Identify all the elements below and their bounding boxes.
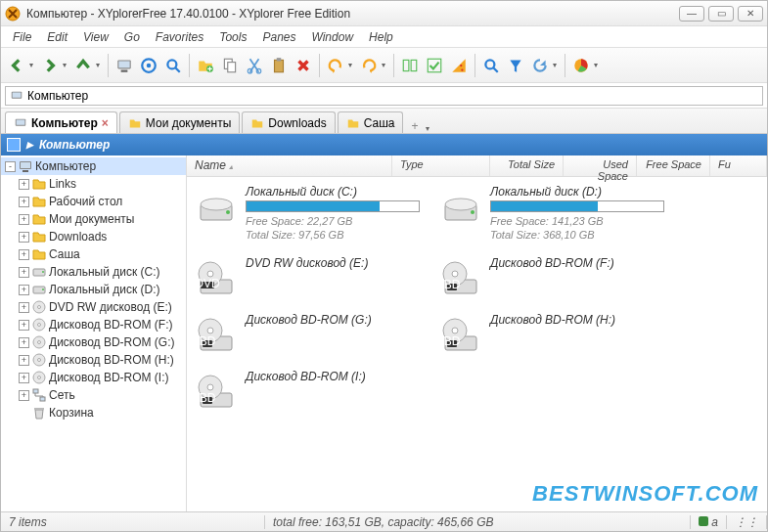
menu-window[interactable]: Window	[303, 28, 361, 46]
expand-icon[interactable]: +	[19, 232, 29, 243]
redo-dropdown[interactable]: ▾	[382, 61, 389, 69]
forward-button[interactable]	[38, 54, 62, 77]
up-dropdown[interactable]: ▾	[96, 61, 104, 69]
tree-label: Дисковод BD-ROM (F:)	[49, 318, 173, 332]
tree-item[interactable]: +Дисковод BD-ROM (F:)	[1, 316, 186, 333]
col-fu[interactable]: Fu	[710, 155, 767, 176]
tree-item[interactable]: +Локальный диск (D:)	[1, 281, 186, 298]
drive-item[interactable]: BDДисковод BD-ROM (G:)	[195, 313, 420, 356]
search-icon[interactable]	[479, 54, 503, 77]
panes-icon[interactable]	[398, 54, 422, 77]
expand-icon[interactable]: +	[19, 302, 29, 313]
menu-favorites[interactable]: Favorites	[148, 28, 211, 46]
status-items: 7 items	[1, 515, 265, 529]
drive-item[interactable]: DVDDVD RW дисковод (E:)	[195, 256, 420, 299]
pizza-icon[interactable]	[447, 54, 471, 77]
back-button[interactable]	[5, 54, 28, 77]
svg-rect-44	[33, 389, 38, 393]
menu-file[interactable]: File	[5, 28, 39, 46]
tree-item[interactable]: +Дисковод BD-ROM (G:)	[1, 333, 186, 351]
paste-icon[interactable]	[267, 54, 291, 77]
close-button[interactable]: ✕	[738, 6, 763, 22]
chart-dropdown[interactable]: ▾	[594, 61, 602, 69]
copy-icon[interactable]	[218, 54, 242, 77]
expand-icon[interactable]: +	[19, 179, 29, 190]
folder-icon	[31, 211, 47, 227]
forward-dropdown[interactable]: ▾	[63, 61, 70, 69]
tree-item[interactable]: +Downloads	[1, 228, 186, 245]
tree-item[interactable]: +Дисковод BD-ROM (I:)	[1, 369, 186, 386]
expand-icon[interactable]: +	[19, 390, 29, 401]
maximize-button[interactable]: ▭	[708, 6, 734, 22]
menu-edit[interactable]: Edit	[39, 28, 75, 46]
expand-icon[interactable]: +	[19, 267, 29, 278]
expand-icon[interactable]: +	[19, 320, 29, 331]
breadcrumb[interactable]: ▶ Компьютер	[1, 134, 767, 155]
expand-icon[interactable]: +	[19, 355, 29, 366]
drive-item[interactable]: BDДисковод BD-ROM (H:)	[439, 313, 664, 356]
menu-help[interactable]: Help	[361, 28, 401, 46]
address-input[interactable]: Компьютер	[5, 86, 763, 106]
col-totalsize[interactable]: Total Size	[490, 155, 564, 176]
tab-computer[interactable]: Компьютер ×	[5, 111, 117, 133]
tree-label: Корзина	[49, 406, 94, 420]
expand-icon[interactable]: +	[19, 285, 29, 295]
delete-icon[interactable]	[292, 54, 315, 77]
add-tab-button[interactable]: +	[405, 119, 424, 133]
back-dropdown[interactable]: ▾	[29, 61, 37, 69]
drive-total: Total Size: 368,10 GB	[490, 228, 664, 242]
close-icon[interactable]: ×	[102, 116, 109, 130]
tab-documents[interactable]: Мои документы	[119, 111, 240, 133]
tab-dropdown[interactable]: ▾	[426, 124, 433, 133]
tree-item[interactable]: +Сеть	[1, 386, 186, 404]
tree-item[interactable]: +Саша	[1, 245, 186, 263]
menu-view[interactable]: View	[75, 28, 116, 46]
svg-text:DVD: DVD	[195, 277, 220, 290]
svg-text:BD: BD	[200, 334, 216, 348]
drive-item[interactable]: BDДисковод BD-ROM (F:)	[439, 256, 664, 299]
target-icon[interactable]	[137, 54, 160, 77]
drive-item[interactable]: BDДисковод BD-ROM (I:)	[195, 370, 420, 413]
col-name[interactable]: Name ▴	[187, 155, 392, 176]
minimize-button[interactable]: —	[679, 6, 704, 22]
undo-icon[interactable]	[324, 54, 347, 77]
tree-item[interactable]: +Дисковод BD-ROM (H:)	[1, 351, 186, 369]
expand-icon[interactable]: -	[5, 161, 16, 172]
drive-item[interactable]: Локальный диск (C:)Free Space: 22,27 GBT…	[195, 185, 420, 243]
menu-go[interactable]: Go	[116, 28, 148, 46]
new-folder-icon[interactable]	[194, 54, 217, 77]
tree-item[interactable]: +Links	[1, 175, 186, 193]
col-usedspace[interactable]: Used Space	[564, 155, 637, 176]
refresh-dropdown[interactable]: ▾	[553, 61, 561, 69]
check-icon[interactable]	[423, 54, 446, 77]
expand-icon[interactable]: +	[19, 197, 29, 207]
col-freespace[interactable]: Free Space	[637, 155, 710, 176]
expand-icon[interactable]: +	[19, 373, 29, 383]
tree-item[interactable]: +Локальный диск (C:)	[1, 263, 186, 281]
tab-sasha[interactable]: Саша	[338, 111, 404, 133]
expand-icon[interactable]: +	[19, 249, 29, 260]
refresh-icon[interactable]	[528, 54, 552, 77]
expand-icon[interactable]: +	[19, 337, 29, 348]
menu-tools[interactable]: Tools	[211, 28, 254, 46]
computer-icon[interactable]	[113, 54, 136, 77]
svg-rect-13	[275, 60, 284, 71]
menu-panes[interactable]: Panes	[254, 28, 303, 46]
zoom-icon[interactable]	[161, 54, 185, 77]
tree-item[interactable]: -Компьютер	[1, 157, 186, 175]
tab-downloads[interactable]: Downloads	[242, 111, 335, 133]
up-button[interactable]	[71, 54, 95, 77]
svg-point-51	[445, 199, 476, 210]
expand-icon[interactable]: +	[19, 214, 29, 225]
redo-icon[interactable]	[357, 54, 381, 77]
tree-item[interactable]: Корзина	[1, 404, 186, 421]
undo-dropdown[interactable]: ▾	[348, 61, 356, 69]
tree-item[interactable]: +DVD RW дисковод (E:)	[1, 298, 186, 316]
drive-item[interactable]: Локальный диск (D:)Free Space: 141,23 GB…	[439, 185, 664, 243]
filter-icon[interactable]	[504, 54, 527, 77]
tree-item[interactable]: +Рабочий стол	[1, 193, 186, 210]
col-type[interactable]: Type	[392, 155, 490, 176]
cut-icon[interactable]	[243, 54, 266, 77]
chart-icon[interactable]	[569, 54, 593, 77]
tree-item[interactable]: +Мои документы	[1, 210, 186, 228]
